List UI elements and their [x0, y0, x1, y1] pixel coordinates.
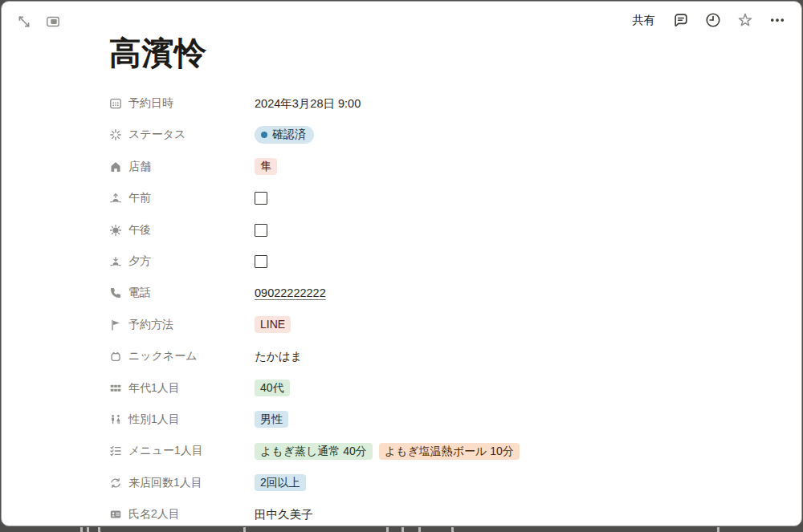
property-row: ニックネーム たかはま	[109, 344, 777, 368]
text-value[interactable]: 田中久美子	[255, 507, 313, 522]
topbar-right: 共有	[629, 10, 787, 30]
property-label[interactable]: メニュー1人目	[109, 444, 255, 458]
comments-icon[interactable]	[671, 10, 691, 30]
tag-pill[interactable]: よもぎ塩温熱ボール 10分	[379, 443, 520, 460]
date-value[interactable]: 2024年3月28日 9:00	[255, 96, 361, 112]
calendar-icon	[109, 97, 122, 110]
property-label-text: 店舗	[128, 160, 151, 174]
property-value[interactable]: 40代	[255, 376, 290, 400]
property-value[interactable]: LINE	[255, 313, 291, 337]
property-label[interactable]: 年代1人目	[109, 381, 255, 396]
property-row: 午前	[109, 186, 777, 210]
property-label-text: 予約日時	[128, 96, 173, 111]
property-value[interactable]: 09022222222	[255, 281, 326, 305]
tag-pill[interactable]: よもぎ蒸し通常 40分	[255, 443, 373, 460]
updates-clock-icon[interactable]	[703, 10, 723, 30]
property-value[interactable]: よもぎ蒸し通常 40分よもぎ塩温熱ボール 10分	[255, 439, 520, 463]
property-label-text: メニュー1人目	[128, 444, 203, 458]
creature-icon	[109, 350, 122, 363]
status-text: 確認済	[272, 128, 306, 142]
property-label-text: ニックネーム	[128, 349, 198, 363]
sunset-icon	[109, 255, 122, 268]
property-label[interactable]: ステータス	[109, 128, 255, 142]
idcard-icon	[109, 508, 122, 521]
checklist-icon	[109, 445, 122, 457]
property-value[interactable]: 確認済	[255, 123, 314, 147]
sunrise-icon	[109, 192, 122, 205]
property-label-text: 来店回数1人目	[128, 476, 202, 490]
property-label[interactable]: 予約日時	[109, 96, 255, 111]
property-value[interactable]: 2024年3月28日 9:00	[255, 91, 361, 116]
phone-link[interactable]: 09022222222	[255, 286, 326, 299]
tag-pill[interactable]: LINE	[255, 316, 291, 333]
property-row: 店舗 隼	[109, 155, 777, 179]
property-value[interactable]	[255, 186, 267, 210]
property-value[interactable]	[255, 250, 267, 274]
property-row: 予約日時 2024年3月28日 9:00	[109, 91, 777, 116]
background-content-strip	[0, 526, 803, 532]
property-label[interactable]: 性別1人目	[109, 412, 255, 427]
property-label[interactable]: 店舗	[109, 160, 255, 174]
expand-icon[interactable]	[14, 12, 34, 31]
property-row: 電話 09022222222	[109, 281, 777, 305]
property-value[interactable]: 男性	[255, 408, 288, 432]
topbar-left	[14, 12, 63, 31]
property-label[interactable]: 夕方	[109, 254, 255, 269]
page-title[interactable]: 高濱怜	[109, 34, 207, 72]
property-value[interactable]	[255, 218, 267, 242]
share-button[interactable]: 共有	[629, 11, 658, 30]
people-icon	[109, 413, 122, 426]
tag-pill[interactable]: 40代	[255, 380, 290, 396]
page-panel: 共有	[1, 1, 802, 526]
property-label[interactable]: 午前	[109, 191, 255, 205]
grid-icon	[109, 382, 122, 395]
property-row: 夕方	[109, 250, 777, 274]
status-dot	[261, 132, 267, 138]
tag-pill[interactable]: 隼	[255, 158, 277, 175]
property-label-text: 夕方	[128, 254, 151, 269]
phone-icon	[109, 286, 122, 299]
property-label-text: 午前	[128, 191, 151, 205]
property-label-text: 予約方法	[128, 318, 173, 332]
property-label[interactable]: 午後	[109, 223, 255, 238]
property-value[interactable]: たかはま	[255, 344, 302, 368]
property-row: ステータス 確認済	[109, 123, 777, 147]
property-row: 氏名2人目 田中久美子	[109, 502, 777, 526]
status-icon	[109, 128, 122, 141]
property-label-text: 午後	[128, 223, 151, 238]
property-value[interactable]: 2回以上	[255, 471, 306, 495]
home-icon	[109, 160, 122, 173]
property-label-text: 年代1人目	[128, 381, 180, 396]
property-row: メニュー1人目 よもぎ蒸し通常 40分よもぎ塩温熱ボール 10分	[109, 439, 777, 463]
property-list: 予約日時 2024年3月28日 9:00 ステータス 確認済 店舗 隼 午前 午…	[109, 91, 777, 526]
more-ellipsis-icon[interactable]	[768, 10, 787, 30]
tag-pill[interactable]: 2回以上	[255, 474, 306, 491]
property-label[interactable]: 来店回数1人目	[109, 476, 255, 490]
property-label-text: 電話	[128, 286, 151, 300]
property-value[interactable]: 隼	[255, 155, 277, 179]
property-value[interactable]: 田中久美子	[255, 502, 313, 526]
property-label[interactable]: 予約方法	[109, 318, 255, 332]
text-value[interactable]: たかはま	[255, 349, 302, 364]
flag-icon	[109, 319, 122, 331]
sun-icon	[109, 224, 122, 237]
property-row: 年代1人目 40代	[109, 376, 777, 400]
favorite-star-icon[interactable]	[736, 10, 755, 30]
property-row: 来店回数1人目 2回以上	[109, 471, 777, 495]
property-row: 予約方法 LINE	[109, 313, 777, 337]
property-row: 性別1人目 男性	[109, 408, 777, 432]
tag-pill[interactable]: 男性	[255, 411, 288, 428]
property-row: 午後	[109, 218, 777, 242]
property-label-text: ステータス	[128, 128, 185, 142]
status-pill[interactable]: 確認済	[255, 126, 314, 144]
repeat-icon	[109, 477, 122, 489]
checkbox-unchecked[interactable]	[255, 255, 267, 268]
checkbox-unchecked[interactable]	[255, 192, 267, 205]
property-label-text: 性別1人目	[128, 412, 180, 427]
side-peek-icon[interactable]	[43, 12, 63, 31]
property-label[interactable]: ニックネーム	[109, 349, 255, 363]
property-label[interactable]: 氏名2人目	[109, 507, 255, 522]
property-label[interactable]: 電話	[109, 286, 255, 300]
checkbox-unchecked[interactable]	[255, 224, 267, 237]
property-label-text: 氏名2人目	[128, 507, 180, 522]
